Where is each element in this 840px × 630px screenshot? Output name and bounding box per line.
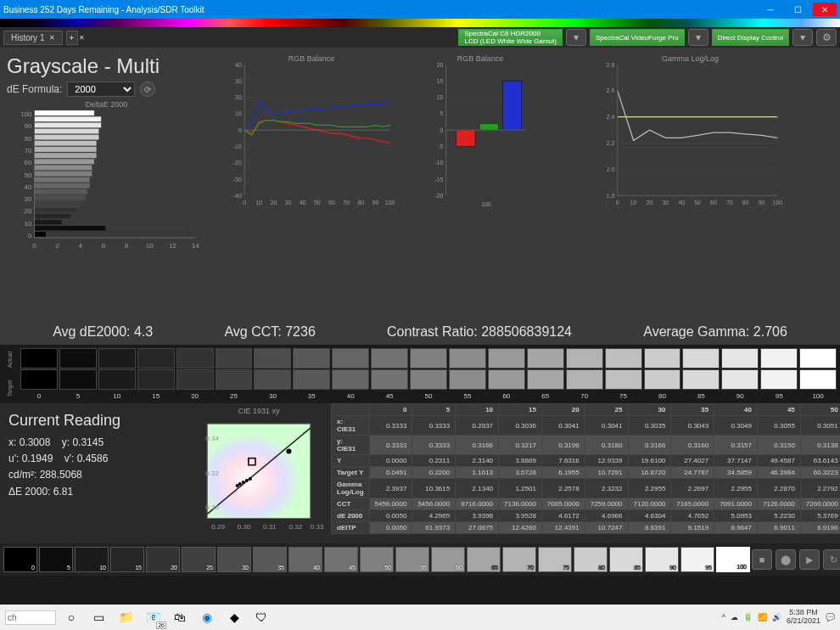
bottom-swatch[interactable]: 15 (110, 547, 144, 572)
bottom-swatch[interactable]: 20 (146, 547, 180, 572)
svg-point-128 (249, 477, 252, 481)
bottom-swatch[interactable]: 5 (39, 547, 73, 572)
meter-dropdown-icon[interactable]: ▾ (566, 29, 586, 46)
swatch-col[interactable]: 65 (527, 348, 564, 400)
de-formula-select[interactable]: 2000 (67, 82, 135, 97)
app-icon[interactable]: ◆ (222, 607, 246, 627)
deltae-chart-title: DeltaE 2000 (86, 100, 128, 109)
bottom-swatch[interactable]: 100 (716, 547, 750, 572)
bottom-swatch[interactable]: 50 (360, 547, 394, 572)
swatch-col[interactable]: 100 (799, 348, 837, 400)
refresh-icon[interactable]: ⟳ (140, 82, 155, 97)
bottom-swatch[interactable]: 80 (574, 547, 608, 572)
svg-text:2.6: 2.6 (607, 87, 615, 93)
bottom-swatch[interactable]: 25 (182, 547, 216, 572)
svg-rect-9 (35, 165, 92, 170)
store-icon[interactable]: 🛍 (168, 607, 192, 627)
swatch-col[interactable]: 55 (449, 348, 486, 400)
swatch-col[interactable]: 95 (760, 348, 798, 400)
swatch-col[interactable]: 75 (605, 348, 642, 400)
bottom-swatch[interactable]: 85 (609, 547, 643, 572)
minimize-button[interactable]: ─ (759, 3, 782, 16)
volume-icon[interactable]: 🔊 (772, 613, 781, 622)
toolbar: History 1 + SpectraCal C6 HDR2000 LCD (L… (0, 27, 840, 48)
swatch-col[interactable]: 90 (721, 348, 759, 400)
swatch-col[interactable]: 45 (371, 348, 408, 400)
swatch-col[interactable]: 10 (98, 348, 136, 400)
bottom-swatch[interactable]: 60 (431, 547, 465, 572)
swatch-col[interactable]: 40 (332, 348, 369, 400)
edge-icon[interactable]: ◉ (195, 607, 219, 627)
record-icon[interactable]: ⬤ (776, 549, 796, 570)
swatch-col[interactable]: 15 (137, 348, 175, 400)
source-dropdown-icon[interactable]: ▾ (688, 29, 708, 46)
swatch-col[interactable]: 85 (682, 348, 720, 400)
taskview-icon[interactable]: ▭ (87, 607, 110, 627)
bottom-swatch[interactable]: 65 (467, 547, 501, 572)
svg-rect-20 (35, 232, 47, 237)
swatch-col[interactable]: 25 (216, 348, 253, 400)
svg-text:2: 2 (55, 242, 59, 250)
tray-up-icon[interactable]: ^ (722, 613, 725, 622)
swatch-col[interactable]: 50 (410, 348, 447, 400)
svg-text:-10: -10 (233, 143, 242, 149)
meter-device-button[interactable]: SpectraCal C6 HDR2000 LCD (LED White Wid… (458, 29, 562, 46)
bottom-swatch[interactable]: 35 (253, 547, 287, 572)
svg-text:10: 10 (235, 110, 242, 116)
settings-gear-icon[interactable]: ⚙ (816, 29, 837, 46)
bottom-swatch[interactable]: 30 (217, 547, 251, 572)
bottom-swatch[interactable]: 10 (75, 547, 109, 572)
ddc-dropdown-icon[interactable]: ▾ (792, 29, 813, 46)
bottom-swatch[interactable]: 45 (324, 547, 358, 572)
swatch-col[interactable]: 80 (644, 348, 681, 400)
mail-icon[interactable]: 📧26 (141, 607, 165, 627)
cie-title: CIE 1931 xy (190, 407, 328, 415)
svg-text:-20: -20 (434, 193, 443, 199)
swatch-col[interactable]: 70 (566, 348, 603, 400)
svg-text:4: 4 (79, 242, 83, 250)
bottom-swatch[interactable]: 0 (3, 547, 37, 572)
play-icon[interactable]: ▶ (799, 549, 820, 570)
explorer-icon[interactable]: 📁 (114, 607, 137, 627)
notification-icon[interactable]: 💬 (826, 613, 835, 622)
cortana-icon[interactable]: ○ (59, 607, 83, 627)
wifi-icon[interactable]: 📶 (758, 613, 767, 622)
maximize-button[interactable]: ☐ (786, 3, 809, 16)
stop-icon[interactable]: ■ (752, 549, 772, 570)
bottom-swatch[interactable]: 95 (680, 547, 714, 572)
bottom-swatch[interactable]: 40 (288, 547, 322, 572)
svg-text:100: 100 (481, 201, 491, 207)
svg-text:0.33: 0.33 (311, 523, 324, 531)
bottom-swatch[interactable]: 70 (502, 547, 536, 572)
loop-icon[interactable]: ↻ (823, 549, 840, 570)
svg-text:80: 80 (357, 200, 364, 205)
source-device-button[interactable]: SpectraCal VideoForge Pro (590, 29, 685, 46)
swatch-col[interactable]: 60 (488, 348, 525, 400)
svg-text:0: 0 (440, 127, 443, 133)
swatch-col[interactable]: 35 (293, 348, 330, 400)
battery-icon[interactable]: 🔋 (743, 613, 753, 622)
swatch-col[interactable]: 5 (59, 348, 97, 400)
svg-rect-10 (35, 171, 92, 176)
bottom-swatch[interactable]: 55 (395, 547, 429, 572)
shield-icon[interactable]: 🛡 (249, 607, 273, 627)
taskbar-search[interactable] (5, 610, 56, 625)
svg-text:-10: -10 (434, 160, 443, 166)
svg-text:100: 100 (773, 200, 783, 205)
svg-text:10: 10 (25, 220, 32, 228)
swatch-col[interactable]: 0 (20, 348, 58, 400)
cloud-icon[interactable]: ☁ (731, 613, 738, 622)
deltae-chart-svg: 02468101214 1009080706050403020100 (7, 100, 206, 253)
clock[interactable]: 5:38 PM 6/21/2021 (787, 609, 820, 626)
rgb-bar-chart: RGB Balance -20-15-10-505101520 100 (417, 54, 544, 312)
svg-text:20: 20 (235, 94, 242, 100)
add-history-button[interactable]: + (66, 31, 78, 45)
data-table[interactable]: 05101520253035404550556065x: CIE310.3333… (331, 403, 840, 543)
swatch-col[interactable]: 20 (176, 348, 214, 400)
history-tab[interactable]: History 1 (3, 31, 63, 45)
ddc-button[interactable]: Direct Display Control (712, 29, 789, 46)
bottom-swatch[interactable]: 90 (645, 547, 679, 572)
close-button[interactable]: ✕ (813, 3, 837, 16)
swatch-col[interactable]: 30 (254, 348, 291, 400)
bottom-swatch[interactable]: 75 (538, 547, 572, 572)
